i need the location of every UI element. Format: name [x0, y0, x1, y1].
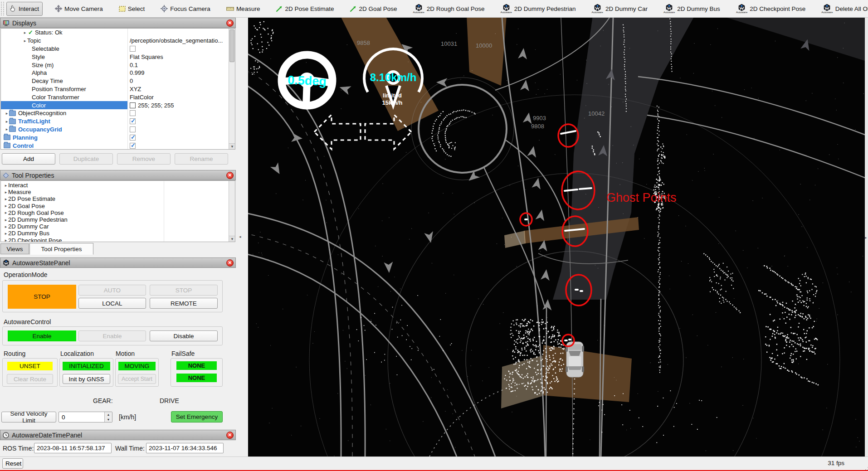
displays-panel-header[interactable]: Displays ✕	[0, 18, 236, 28]
expand-icon[interactable]: ▸	[4, 183, 8, 188]
row-value[interactable]: /perception/obstacle_segmentatio...	[130, 37, 223, 44]
tab-tool-properties[interactable]: Tool Properties	[29, 243, 93, 255]
ros-time-field[interactable]: 2023-08-11 16:57:58.137	[34, 443, 112, 453]
enable-button[interactable]: Enable	[78, 330, 146, 341]
expand-icon[interactable]: ▸	[4, 231, 8, 236]
control-enable-indicator[interactable]: Enable	[8, 330, 76, 341]
wall-time-field[interactable]: 2023-11-07 16:34:33.546	[146, 443, 224, 453]
tool-properties-row[interactable]: ▸2D Dummy Bus	[1, 230, 235, 237]
tool-move-camera[interactable]: Move Camera	[51, 2, 107, 16]
tool-2d-checkpoint-pose[interactable]: Autoware 2D Checkpoint Pose	[732, 2, 809, 16]
displays-tree-row[interactable]: Control	[1, 141, 235, 150]
tool-properties-scrollbar[interactable]: ▼	[229, 181, 235, 242]
expand-icon[interactable]: ▸	[5, 127, 9, 131]
row-value[interactable]: FlatColor	[130, 94, 154, 101]
add-button[interactable]: Add	[2, 153, 55, 165]
tool-interact[interactable]: Interact	[6, 2, 43, 16]
scroll-down-icon[interactable]: ▼	[229, 143, 235, 149]
remote-button[interactable]: REMOTE	[150, 298, 218, 309]
expand-icon[interactable]: ▸	[4, 197, 8, 201]
tool-select[interactable]: Select	[115, 2, 149, 16]
tool-properties-row[interactable]: ▸2D Pose Estimate	[1, 195, 235, 202]
displays-tree-row[interactable]: Color TransformerFlatColor	[1, 93, 235, 101]
clear-route-button[interactable]: Clear Route	[7, 374, 53, 384]
expand-icon[interactable]: ▸	[4, 204, 8, 208]
displays-tree-row[interactable]: StyleFlat Squares	[1, 53, 235, 61]
autoware-state-panel-header[interactable]: AutowareStatePanel ✕	[0, 257, 236, 268]
3d-viewport[interactable]: Ghost Points 9858 10031 10000 10042 9903…	[248, 18, 865, 456]
right-splitter-strip[interactable]: ▸	[865, 18, 868, 456]
tool-focus-camera[interactable]: Focus Camera	[157, 2, 214, 16]
displays-tree-row[interactable]: ▸OccupancyGrid	[1, 126, 235, 134]
tool-properties-row[interactable]: ▸2D Goal Pose	[1, 203, 235, 209]
close-icon[interactable]: ✕	[226, 19, 234, 27]
expand-icon[interactable]: ▸	[4, 218, 8, 222]
autoware-datetime-panel-header[interactable]: AutowareDateTimePanel ✕	[0, 430, 236, 440]
checkbox[interactable]	[130, 126, 136, 132]
tool-2d-dummy-pedestrian[interactable]: Autoware 2D Dummy Pedestrian	[497, 2, 579, 16]
displays-tree-row[interactable]: Selectable	[1, 45, 235, 53]
row-value[interactable]: Flat Squares	[130, 53, 163, 60]
accept-start-button[interactable]: Accept Start	[118, 374, 156, 384]
spin-down-icon[interactable]: ▼	[105, 417, 112, 422]
tool-measure[interactable]: Measure	[223, 2, 264, 16]
send-velocity-limit-button[interactable]: Send Velocity Limit	[1, 412, 56, 422]
row-value[interactable]: 0.1	[130, 62, 138, 68]
tool-properties-row[interactable]: ▸2D Dummy Pedestrian	[1, 216, 235, 223]
velocity-limit-spinner[interactable]: ▲▼	[59, 412, 112, 422]
expand-icon[interactable]: ▸	[23, 39, 27, 43]
displays-tree-row[interactable]: Planning	[1, 133, 235, 141]
close-icon[interactable]: ✕	[226, 259, 234, 267]
remove-button[interactable]: Remove	[117, 153, 171, 165]
displays-tree-row[interactable]: ▸ObjectRecognition	[1, 109, 235, 117]
color-swatch[interactable]	[130, 102, 136, 108]
toolbar-drag-handle[interactable]	[1, 2, 4, 15]
displays-tree-row[interactable]: ▸TrafficLight	[1, 117, 235, 126]
tool-properties-row[interactable]: ▸2D Rough Goal Pose	[1, 209, 235, 216]
tool-2d-rough-goal-pose[interactable]: Autoware 2D Rough Goal Pose	[410, 2, 488, 16]
splitter-expand-icon[interactable]: ▸	[865, 235, 867, 240]
scrollbar-thumb[interactable]	[229, 29, 234, 62]
disable-button[interactable]: Disable	[150, 330, 218, 341]
close-icon[interactable]: ✕	[226, 432, 234, 439]
tool-properties-row[interactable]: ▸Interact	[1, 182, 235, 189]
init-by-gnss-button[interactable]: Init by GNSS	[63, 374, 110, 384]
row-value[interactable]: 0	[130, 78, 133, 84]
auto-button[interactable]: AUTO	[78, 285, 146, 296]
duplicate-button[interactable]: Duplicate	[59, 153, 113, 165]
displays-tree-row[interactable]: Alpha0.999	[1, 69, 235, 77]
row-value[interactable]: XYZ	[130, 86, 141, 92]
tool-2d-dummy-car[interactable]: Autoware 2D Dummy Car	[588, 2, 651, 16]
tool-2d-goal-pose[interactable]: 2D Goal Pose	[346, 2, 400, 16]
checkbox[interactable]	[130, 110, 136, 116]
displays-tree-row[interactable]: Decay Time0	[1, 77, 235, 85]
tool-properties-panel-header[interactable]: Tool Properties ✕	[0, 170, 236, 180]
tool-properties-row[interactable]: ▸2D Dummy Car	[1, 223, 235, 230]
resize-grip[interactable]	[862, 464, 867, 468]
tool-properties-row[interactable]: ▸Measure	[1, 189, 235, 195]
displays-tree[interactable]: ▸✓Status: Ok▸Topic/perception/obstacle_s…	[0, 28, 235, 150]
row-value[interactable]: 0.999	[130, 69, 145, 76]
splitter-collapse-icon[interactable]: ◂	[239, 234, 241, 239]
expand-icon[interactable]: ▸	[5, 119, 9, 124]
displays-tree-row[interactable]: ▸Topic/perception/obstacle_segmentatio..…	[1, 37, 235, 45]
tool-2d-dummy-bus[interactable]: Autoware 2D Dummy Bus	[660, 2, 724, 16]
rename-button[interactable]: Rename	[175, 153, 228, 165]
checkbox[interactable]	[130, 118, 136, 124]
close-icon[interactable]: ✕	[226, 172, 234, 179]
set-emergency-button[interactable]: Set Emergency	[171, 411, 223, 422]
checkbox[interactable]	[130, 143, 136, 149]
scroll-down-icon[interactable]: ▼	[229, 236, 235, 242]
spin-up-icon[interactable]: ▲	[105, 412, 112, 417]
expand-icon[interactable]: ▸	[5, 111, 9, 116]
displays-tree-row[interactable]: Size (m)0.1	[1, 61, 235, 69]
tool-2d-pose-estimate[interactable]: 2D Pose Estimate	[272, 2, 337, 16]
checkbox[interactable]	[130, 135, 136, 141]
local-button[interactable]: LOCAL	[78, 298, 146, 309]
operation-mode-stop-indicator[interactable]: STOP	[8, 285, 76, 309]
displays-tree-row[interactable]: ▸✓Status: Ok	[1, 29, 235, 37]
displays-tree-row[interactable]: Position TransformerXYZ	[1, 85, 235, 93]
displays-scrollbar[interactable]: ▼	[229, 29, 235, 149]
expand-icon[interactable]: ▸	[4, 238, 8, 242]
stop-button[interactable]: STOP	[150, 285, 218, 296]
